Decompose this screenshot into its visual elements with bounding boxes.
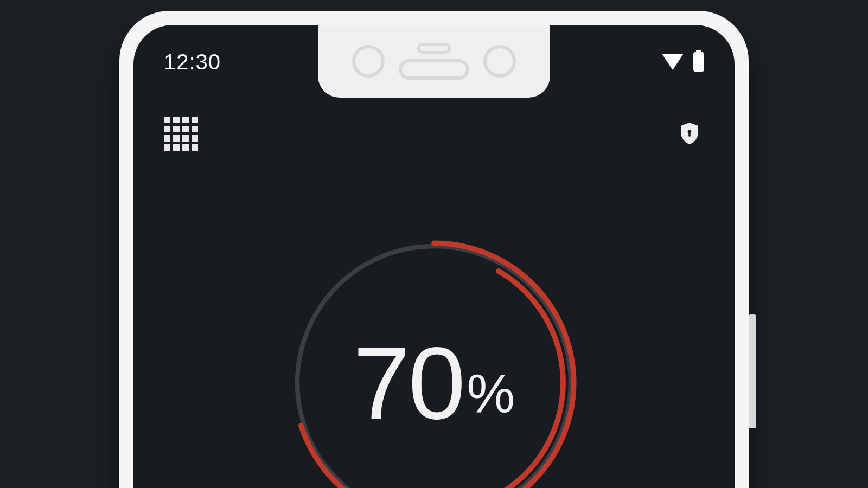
gauge-label: 70 %	[282, 231, 586, 488]
gauge-percent-symbol: %	[467, 362, 515, 425]
phone-screen: 12:30	[133, 25, 735, 488]
apps-grid-icon[interactable]	[164, 117, 198, 151]
phone-frame: 12:30	[119, 11, 749, 488]
app-header	[133, 112, 735, 155]
gauge-percent-number: 70	[353, 331, 463, 434]
progress-gauge: 70 %	[282, 231, 586, 488]
status-bar: 12:30	[133, 44, 735, 79]
phone-side-button	[749, 314, 756, 428]
wifi-icon	[662, 54, 684, 70]
status-time: 12:30	[164, 50, 221, 74]
shield-lock-icon[interactable]	[675, 119, 704, 148]
svg-rect-1	[688, 132, 691, 137]
battery-icon	[693, 52, 704, 72]
